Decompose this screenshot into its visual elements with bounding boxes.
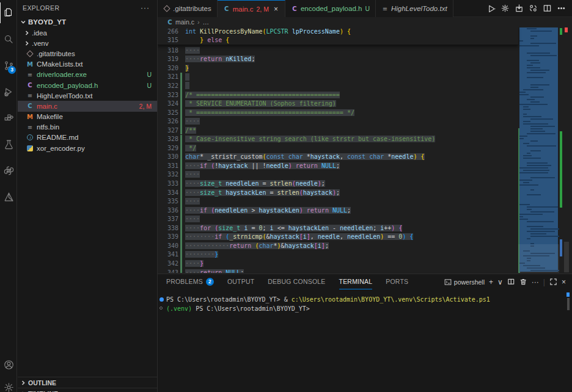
code-line-332[interactable]: 332····	[158, 170, 518, 180]
close-panel-button[interactable]: ×	[562, 278, 566, 286]
git-gutter-added	[180, 143, 182, 153]
explorer-title: EXPLORER	[23, 4, 138, 12]
run-or-debug-button[interactable]	[485, 2, 497, 14]
activity-item-python[interactable]	[0, 160, 17, 181]
minimap[interactable]	[518, 27, 559, 273]
terminal-shell-select[interactable]: powershell	[444, 278, 485, 286]
code-line-322[interactable]: 322	[158, 81, 518, 90]
code-line-339[interactable]: 339········if (_strnicmp(&haystack[i], n…	[158, 233, 518, 242]
run-settings-gear-button[interactable]	[499, 2, 511, 14]
code-line-319[interactable]: 319····return nKilled;	[158, 55, 518, 64]
split-terminal-button[interactable]	[507, 278, 515, 286]
export-profile-icon	[515, 4, 524, 13]
activity-item-extensions[interactable]	[0, 107, 17, 128]
code-line-338[interactable]: 338····for (size_t i = 0; i <= haystackL…	[158, 223, 518, 233]
maximize-panel-icon	[549, 278, 557, 286]
git-gutter-added	[180, 214, 182, 223]
overview-ruler[interactable]	[559, 27, 572, 273]
editor-scrollbar-slider[interactable]	[564, 242, 569, 272]
more-button[interactable]: ···	[532, 278, 539, 286]
activity-item-account[interactable]	[0, 354, 17, 375]
tab--gitattributes[interactable]: .gitattributes	[158, 0, 218, 17]
code-line-340[interactable]: 340············return (char*)&haystack[i…	[158, 241, 518, 250]
code-area: 318····319····return nKilled;320}3213223…	[158, 27, 518, 273]
activity-item-run-debug[interactable]	[0, 81, 17, 102]
more-actions-button[interactable]	[556, 2, 567, 14]
file-row--venv[interactable]: .venv	[18, 38, 157, 48]
new-terminal-button[interactable]: +	[489, 278, 493, 286]
code-line-315[interactable]: 315 } else {	[158, 36, 518, 45]
panel-tab-output[interactable]: OUTPUT	[227, 274, 254, 289]
code-line-324[interactable]: 324 * SERVICE ENUMERATION (Sophos filter…	[158, 99, 518, 108]
tab-encoded-payload-h[interactable]: Cencoded_payload.hU	[285, 0, 376, 17]
file-row-readme-md[interactable]: iREADME.md	[18, 132, 157, 143]
tab-highleveltodo-txt[interactable]: ≡HighLevelTodo.txt	[376, 0, 453, 17]
activity-item-explorer[interactable]	[0, 2, 17, 23]
outline-section-header[interactable]: OUTLINE	[18, 377, 157, 388]
line-number: 330	[158, 153, 178, 160]
code-line-325[interactable]: 325 * ==================================…	[158, 108, 518, 117]
file-row-cmakelists-txt[interactable]: MCMakeLists.txt	[18, 59, 157, 70]
code-line-328[interactable]: 328 * Case-insensitive string search (li…	[158, 135, 518, 144]
code-line-331[interactable]: 331····if (!haystack || !needle) return …	[158, 161, 518, 170]
panel-tab-terminal[interactable]: TERMINAL	[339, 274, 373, 289]
terminal-scrollbar[interactable]	[566, 290, 572, 392]
export-profile-button[interactable]	[513, 2, 525, 14]
file-row-main-c[interactable]: Cmain.c2, M	[18, 101, 157, 111]
code-line-326[interactable]: 326····	[158, 117, 518, 126]
line-content: ····}	[185, 260, 204, 267]
code-line-320[interactable]: 320}	[158, 64, 518, 73]
code-line-323[interactable]: 323/* ==================================…	[158, 90, 518, 100]
split-editor-button[interactable]	[541, 2, 553, 14]
maximize-panel-button[interactable]	[549, 278, 557, 286]
breadcrumb[interactable]: C main.c › …	[158, 17, 572, 27]
terminal[interactable]: PS C:\Users\rootadmin\BYOYD_YT> & c:\Use…	[158, 290, 572, 392]
code-line-334[interactable]: 334····size_t haystackLen = strlen(hayst…	[158, 188, 518, 197]
activity-item-testing[interactable]	[0, 134, 17, 154]
panel-tab-debug-console[interactable]: DEBUG CONSOLE	[268, 274, 325, 289]
explorer-more-actions-button[interactable]: ···	[138, 4, 152, 12]
terminal-dropdown-button[interactable]: ∨	[497, 278, 503, 286]
code-line-266[interactable]: 266int KillProcessByName(LPCSTR lpProces…	[158, 27, 518, 36]
file-row-highleveltodo-txt[interactable]: ≡HighLevelTodo.txt	[18, 90, 157, 101]
code-line-341[interactable]: 341········}	[158, 250, 518, 260]
activity-item-settings[interactable]	[0, 377, 17, 392]
git-gutter-added	[180, 197, 182, 206]
code-line-342[interactable]: 342····}	[158, 259, 518, 268]
panel-tab-problems[interactable]: PROBLEMS2	[166, 274, 214, 289]
code-line-337[interactable]: 337····	[158, 214, 518, 223]
timeline-section-header[interactable]: TIMELINE	[18, 388, 157, 392]
code-line-330[interactable]: 330char* _stristr_custom(const char *hay…	[158, 153, 518, 162]
code-editor[interactable]: 318····319····return nKilled;320}3213223…	[158, 27, 572, 273]
file-row-ntfs-bin[interactable]: ≡ntfs.bin	[18, 122, 157, 132]
explorer-root-folder[interactable]: BYOYD_YT	[18, 16, 157, 27]
minimap-slider[interactable]	[518, 244, 559, 273]
file-row--gitattributes[interactable]: .gitattributes	[18, 48, 157, 59]
code-line-318[interactable]: 318····	[158, 46, 518, 55]
code-line-343[interactable]: 343····return NULL;	[158, 268, 518, 273]
file-row-driverloader-exe[interactable]: ≡driverloader.exeU	[18, 70, 157, 80]
line-number: 321	[158, 73, 178, 80]
file-row--idea[interactable]: .idea	[18, 27, 157, 38]
code-line-335[interactable]: 335····	[158, 197, 518, 206]
activity-item-cmake-tools[interactable]	[0, 186, 17, 207]
code-line-333[interactable]: 333····size_t needleLen = strlen(needle)…	[158, 179, 518, 188]
code-line-329[interactable]: 329 */	[158, 143, 518, 153]
compare-changes-button[interactable]	[527, 2, 539, 14]
line-content: ········}	[185, 251, 218, 258]
tab-main-c[interactable]: Cmain.c2, M×	[218, 0, 285, 17]
kill-terminal-button[interactable]	[519, 278, 527, 286]
terminal-scrollbar-slider[interactable]	[567, 298, 570, 310]
file-row-encoded-payload-h[interactable]: Cencoded_payload.hU	[18, 80, 157, 90]
activity-item-search[interactable]	[0, 29, 17, 49]
file-row-makefile[interactable]: MMakefile	[18, 112, 157, 122]
panel-tab-ports[interactable]: PORTS	[386, 274, 408, 289]
git-gutter-added	[180, 135, 182, 144]
file-row-xor-encoder-py[interactable]: xor_encoder.py	[18, 143, 157, 153]
activity-item-source-control[interactable]: 3	[0, 55, 17, 76]
code-line-336[interactable]: 336····if (needleLen > haystackLen) retu…	[158, 206, 518, 215]
close-icon[interactable]: ×	[273, 5, 279, 13]
code-line-321[interactable]: 321	[158, 73, 518, 82]
code-line-327[interactable]: 327/**	[158, 126, 518, 135]
run-settings-gear-icon	[501, 4, 510, 13]
